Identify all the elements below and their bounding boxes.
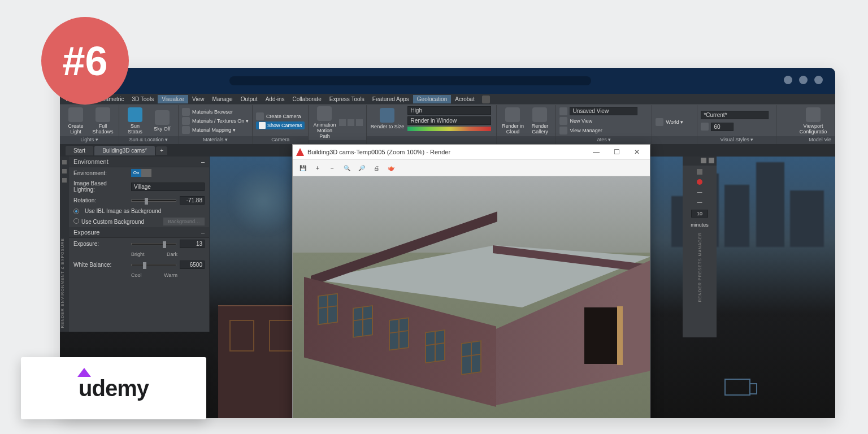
materials-browser-button[interactable]: Materials Browser bbox=[182, 108, 249, 116]
new-view-button[interactable]: New View bbox=[559, 117, 637, 125]
camera-gizmo-icon[interactable] bbox=[724, 379, 750, 396]
zoom-in-button[interactable]: + bbox=[312, 162, 323, 173]
sky-off-button[interactable]: Sky Off bbox=[150, 110, 175, 132]
zoom-icon[interactable]: 🔎 bbox=[356, 162, 367, 173]
current-style-dropdown[interactable]: *Current* bbox=[701, 111, 769, 119]
render-presets-panel: — — 10 minutes RENDER PRESETS MANAGER bbox=[683, 157, 717, 337]
materials-icon bbox=[182, 108, 190, 116]
tab-geolocation[interactable]: Geolocation bbox=[413, 95, 451, 103]
group-render: Render to Size High Render in Window bbox=[367, 105, 497, 144]
tab-view[interactable]: View bbox=[188, 95, 209, 103]
ibl-dropdown[interactable]: Village bbox=[131, 183, 205, 191]
camera-icon bbox=[256, 112, 264, 120]
group-views: Unsaved View New View View Manager ates … bbox=[556, 105, 652, 144]
doctab-new[interactable]: + bbox=[156, 146, 167, 155]
opacity-icon bbox=[701, 123, 709, 131]
radio-custom-bg[interactable]: Use Custom Background bbox=[73, 218, 144, 225]
tab-manage[interactable]: Manage bbox=[208, 95, 236, 103]
minimize-button[interactable]: — bbox=[587, 146, 606, 158]
tab-addins[interactable]: Add-ins bbox=[262, 95, 289, 103]
sun-status-button[interactable]: Sun Status bbox=[123, 107, 147, 134]
render-titlebar[interactable]: Building3D cams-Temp0005 (Zoom 100%) - R… bbox=[293, 145, 650, 159]
opacity-value[interactable]: 60 bbox=[711, 123, 734, 131]
render-gallery-button[interactable]: Render Gallery bbox=[527, 107, 552, 134]
exposure-value[interactable]: 13 bbox=[180, 240, 205, 248]
create-camera-button[interactable]: Create Camera bbox=[256, 112, 305, 120]
udemy-logo: udemy bbox=[79, 376, 149, 401]
create-light-button[interactable]: Create Light bbox=[63, 107, 88, 134]
material-mapping-button[interactable]: Material Mapping ▾ bbox=[182, 126, 249, 134]
pause-icon[interactable] bbox=[348, 119, 354, 126]
group-lights: Create Light Full Shadows Lights ▾ bbox=[60, 105, 119, 144]
exposure-slider[interactable] bbox=[131, 243, 176, 245]
cloud-icon bbox=[505, 107, 520, 122]
doctab-active[interactable]: Building3D cams* bbox=[94, 146, 155, 155]
tab-collaborate[interactable]: Collaborate bbox=[289, 95, 326, 103]
environment-toggle[interactable]: On bbox=[131, 169, 151, 177]
panel-pin-icon[interactable] bbox=[701, 158, 706, 163]
group-title bbox=[309, 140, 366, 144]
show-cameras-button[interactable]: Show Cameras bbox=[256, 121, 305, 129]
print-icon[interactable]: 🖨 bbox=[371, 162, 382, 173]
camera-show-icon bbox=[259, 122, 266, 129]
render-time-unit: minutes bbox=[691, 222, 709, 228]
close-button[interactable]: ✕ bbox=[627, 146, 646, 158]
sun-icon bbox=[128, 107, 142, 122]
env-label: Environment: bbox=[73, 170, 128, 176]
menu-overflow-icon[interactable] bbox=[482, 96, 490, 103]
rotation-value[interactable]: -71.88 bbox=[180, 196, 205, 205]
presets-title-vertical: RENDER PRESETS MANAGER bbox=[698, 232, 702, 302]
panel-close-icon[interactable] bbox=[709, 158, 714, 163]
render-record-icon[interactable] bbox=[697, 179, 702, 185]
world-dropdown[interactable]: World ▾ bbox=[666, 119, 683, 125]
render-in-cloud-button[interactable]: Render in Cloud bbox=[500, 107, 525, 134]
group-sun: Sun Status Sky Off Sun & Location ▾ bbox=[119, 105, 179, 144]
teapot-render-icon[interactable]: 🫖 bbox=[385, 162, 397, 173]
zoom-extents-icon[interactable]: 🔍 bbox=[341, 162, 353, 173]
gallery-icon bbox=[532, 107, 547, 122]
view-manager-icon bbox=[559, 127, 567, 134]
wb-label: White Balance: bbox=[73, 262, 128, 268]
record-icon[interactable] bbox=[356, 119, 363, 126]
tab-output[interactable]: Output bbox=[237, 95, 262, 103]
save-icon[interactable]: 💾 bbox=[297, 162, 309, 173]
rotation-slider[interactable] bbox=[131, 199, 176, 202]
radio-ibl-bg[interactable]: Use IBL Image as Background bbox=[69, 206, 209, 216]
textures-toggle[interactable]: Materials / Textures On ▾ bbox=[182, 117, 249, 125]
group-title: Materials ▾ bbox=[179, 136, 252, 144]
full-shadows-button[interactable]: Full Shadows bbox=[90, 107, 115, 134]
wb-max: Warm bbox=[164, 272, 177, 278]
url-bar[interactable] bbox=[229, 76, 591, 85]
render-quality-dropdown[interactable]: High bbox=[407, 106, 491, 115]
view-manager-button[interactable]: View Manager bbox=[559, 127, 637, 134]
animation-motion-path-button[interactable]: Animation Motion Path bbox=[312, 106, 337, 139]
group-coords: World ▾ bbox=[652, 105, 697, 144]
tab-visualize[interactable]: Visualize bbox=[158, 95, 188, 103]
section-environment[interactable]: Environment– bbox=[69, 157, 209, 167]
maximize-button[interactable]: ☐ bbox=[607, 146, 626, 158]
wb-slider[interactable] bbox=[131, 264, 176, 266]
group-title bbox=[497, 136, 555, 144]
group-animation: Animation Motion Path bbox=[309, 105, 367, 144]
view-icon bbox=[559, 107, 567, 115]
tab-acrobat[interactable]: Acrobat bbox=[451, 95, 478, 103]
doctab-start[interactable]: Start bbox=[66, 146, 93, 155]
group-viewport: Viewport Configuratio Model Vie bbox=[776, 105, 835, 144]
new-view-icon bbox=[559, 117, 567, 125]
play-icon[interactable] bbox=[339, 119, 346, 126]
group-cloud: Render in Cloud Render Gallery bbox=[497, 105, 556, 144]
tab-featured-apps[interactable]: Featured Apps bbox=[368, 95, 413, 103]
tab-express-tools[interactable]: Express Tools bbox=[326, 95, 368, 103]
panel-title-vertical: RENDER ENVIRONMENT & EXPOSURE bbox=[60, 238, 64, 328]
section-exposure[interactable]: Exposure– bbox=[69, 227, 209, 238]
tab-3d-tools[interactable]: 3D Tools bbox=[128, 95, 158, 103]
wb-value[interactable]: 6500 bbox=[180, 261, 205, 269]
viewport-config-button[interactable]: Viewport Configuratio bbox=[795, 107, 831, 134]
render-time-value[interactable]: 10 bbox=[691, 210, 708, 218]
render-to-size-button[interactable]: Render to Size bbox=[370, 108, 404, 129]
zoom-out-button[interactable]: − bbox=[327, 162, 338, 173]
unsaved-view-dropdown[interactable]: Unsaved View bbox=[570, 107, 637, 115]
render-in-window-dropdown[interactable]: Render in Window bbox=[407, 116, 491, 125]
panel-collapse-icon[interactable] bbox=[697, 169, 702, 175]
mapping-icon bbox=[182, 126, 190, 134]
